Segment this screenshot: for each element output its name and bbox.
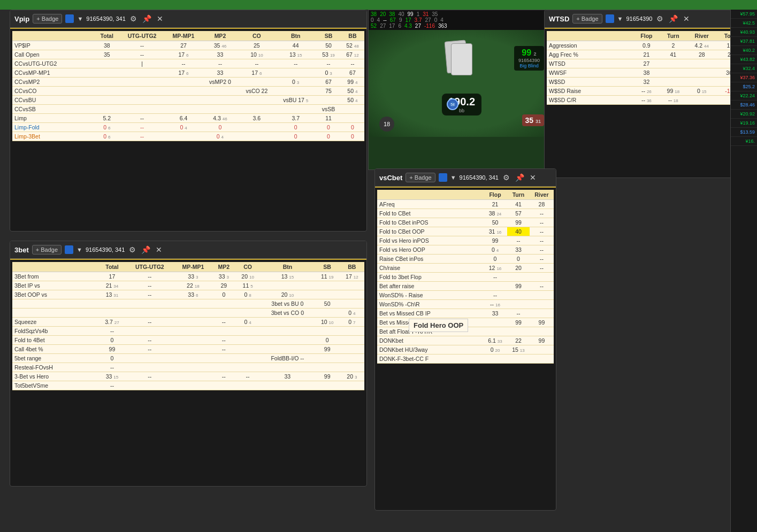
cell-flop [483, 282, 507, 291]
vpip-close-icon[interactable]: ✕ [156, 13, 164, 24]
stats-bar-1: 38 20 38 40 99 1 31 35 0 4 -- 67 9 17 3.… [369, 10, 555, 30]
cell-flop: 0 [483, 255, 507, 264]
th-btn: Btn [275, 31, 316, 41]
cell-bb [340, 290, 364, 299]
row-label: Call 4bet % [12, 345, 98, 354]
vpip-settings-icon[interactable]: ⚙ [129, 13, 138, 24]
row-label: 3Bet from [12, 272, 98, 281]
wtsd-header-row: Flop Turn River Total [547, 31, 745, 41]
cell-flop: 6.1 33 [483, 336, 507, 345]
table-row: W$SD C/R -- 36 -- 18 [547, 96, 745, 105]
table-row: 3Bet OOP vs 13 31 -- 33 6 0 0 8 20 10 [12, 290, 364, 299]
cell-btn [260, 363, 315, 372]
cell-river: 28 [530, 200, 554, 209]
cell-mpmp1 [174, 345, 212, 354]
cell-bb: 0 [341, 123, 364, 132]
cell-sb: 11 [316, 114, 341, 123]
cell-sb: 10 10 [315, 318, 340, 327]
cell-utg: -- [126, 290, 174, 299]
cell-river: 99 [530, 318, 554, 327]
cell-mp2: -- [202, 59, 238, 68]
stats-row-2: 0 4 -- 67 9 17 3.7 27 0 4 [371, 17, 553, 23]
row-label: WonSD% - Raise [377, 291, 483, 300]
cell-river: -- [530, 218, 554, 227]
cell-total: 0 6 [95, 132, 119, 141]
vpip-header: Vpip + Badge ▼ 91654390, 341 ⚙ 📌 ✕ [10, 10, 366, 28]
cell-total [95, 59, 119, 68]
wtsd-pin-icon[interactable]: 📌 [668, 13, 679, 24]
stat-0: 0 [371, 17, 374, 23]
cell-total [98, 299, 125, 309]
stat-363: 363 [438, 23, 447, 29]
cell-turn: -- [507, 236, 530, 245]
row-label: W$SD C/R [547, 96, 633, 105]
cell-co [235, 363, 260, 372]
table-row: 5bet range 0 FoldBB-I/O -- [12, 354, 364, 363]
stats-row-1: 38 20 38 40 99 1 31 35 [371, 11, 553, 17]
table-row: Raise CBet inPos 0 0 -- [377, 255, 554, 264]
row-label: CCvsCO [12, 87, 95, 96]
cell-btn [275, 105, 316, 114]
th-turn: Turn [507, 190, 530, 200]
price-item: ¥40.93 [731, 28, 757, 37]
cell-river: -- [530, 245, 554, 255]
table-row: 3-Bet vs Hero 33 15 -- -- -- 33 99 20 3 [12, 372, 364, 381]
cell-total [95, 105, 119, 114]
threebet-header: 3bet + Badge ▼ 91654390, 341 ⚙ 📌 ✕ [10, 241, 366, 259]
cell-total: 13 31 [98, 290, 125, 299]
cell-turn: 15 13 [507, 345, 530, 354]
cell-btn: -- [275, 59, 316, 68]
cell-mpmp1 [174, 381, 212, 390]
player-role: Big Blind [518, 63, 540, 68]
vscbet-close-icon[interactable]: ✕ [529, 172, 537, 183]
threebet-close-icon[interactable]: ✕ [155, 244, 163, 255]
price-item: ¥19.16 [731, 119, 757, 128]
row-label: Fold to 4Bet [12, 336, 98, 345]
cell-btn [260, 381, 315, 390]
threebet-table-header: Total UTG-UTG2 MP-MP1 MP2 CO Btn SB BB [12, 262, 364, 272]
cell-utg: | [119, 59, 165, 68]
cell-total: -- [98, 381, 125, 390]
cell-mp2 [212, 299, 235, 309]
cell-river: 4.2 44 [687, 41, 717, 50]
cell-utg [119, 78, 165, 87]
table-row: WonSD% -Ch\R -- 16 [377, 300, 554, 309]
cell-btn [260, 318, 315, 327]
cell-mp2: 35 46 [202, 41, 238, 50]
cell-co: 11 5 [235, 281, 260, 290]
vscbet-settings-icon[interactable]: ⚙ [502, 172, 511, 183]
th-co: CO [235, 262, 260, 272]
threebet-badge-button[interactable]: + Badge [32, 245, 62, 255]
bb-indicator: 35 31 [522, 114, 544, 126]
row-label: Fold to 3bet Flop [377, 273, 483, 282]
cell-turn: 2 [660, 41, 687, 50]
cell-co [235, 309, 260, 318]
cell-total: 0 [98, 354, 125, 363]
cell-mp2 [202, 96, 238, 105]
row-label: WWSF [547, 68, 633, 78]
row-label: WTSD [547, 59, 633, 68]
cell-turn: 22 [507, 336, 530, 345]
threebet-settings-icon[interactable]: ⚙ [128, 244, 137, 255]
row-label: Fold to CBet [377, 209, 483, 218]
cell-utg [126, 327, 174, 336]
cell-bb [340, 381, 364, 390]
cell-bb [341, 105, 364, 114]
vscbet-badge-button[interactable]: + Badge [406, 173, 435, 182]
cell-utg: -- [126, 345, 174, 354]
row-label: DONKbet HU/3way [377, 345, 483, 354]
wtsd-settings-icon[interactable]: ⚙ [655, 13, 664, 24]
cell-sb: 0 [315, 336, 340, 345]
cell-total: 21 34 [98, 281, 125, 290]
wtsd-close-icon[interactable]: ✕ [682, 13, 691, 24]
vpip-badge-button[interactable]: + Badge [33, 14, 62, 24]
cell-utg: -- [119, 50, 165, 59]
price-item: ¥42.5 [731, 19, 757, 28]
vpip-pin-icon[interactable]: 📌 [141, 13, 152, 24]
threebet-pin-icon[interactable]: 📌 [140, 244, 151, 255]
cell-sb: 67 [316, 78, 341, 87]
vscbet-pin-icon[interactable]: 📌 [514, 172, 525, 183]
wtsd-badge-button[interactable]: + Badge [572, 14, 602, 24]
cell-mpmp1: 22 18 [174, 281, 212, 290]
cell-co [235, 327, 260, 336]
